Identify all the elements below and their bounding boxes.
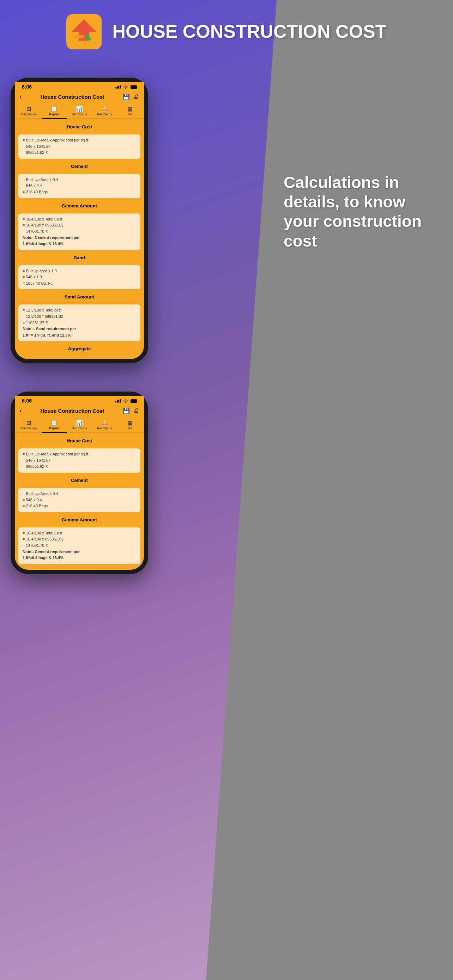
phone-1-status-bar: 6:06 xyxy=(15,82,144,91)
sand-line-2: = 546 x 1.9 xyxy=(22,274,136,280)
sand-amount-line-3: = 110251.27 ₹ xyxy=(22,320,136,326)
section-sand-body: = BuiltUp area x 1.9 = 546 x 1.9 = 1037.… xyxy=(18,265,140,290)
calculation-icon-2: ⊞ xyxy=(27,420,31,426)
p2-cement-amount-note-2: 1 ft²=0.4 bags & 16.4% xyxy=(22,555,136,561)
page-title: HOUSE CONSTRUCTION COST xyxy=(112,21,386,42)
tab-2-ga[interactable]: ▦ Ga xyxy=(117,418,143,433)
section-2-cement-body: = Built Up Area x 0.4 = 546 x 0.4 = 218.… xyxy=(18,488,140,512)
cement-amount-line-2: = 16.4/100 x 896351.82 xyxy=(22,222,136,229)
p2-cement-line-1: = Built Up Area x 0.4 xyxy=(22,491,136,497)
phone-2-header-icons: 💾 🖨 xyxy=(123,407,139,414)
tab-2-calculation[interactable]: ⊞ Calculation xyxy=(16,418,41,433)
save-icon-2[interactable]: 💾 xyxy=(123,407,130,414)
phone-2-app-header: ‹ House Construction Cost 💾 🖨 xyxy=(15,405,144,417)
tab-2-bar-charts-label: Bar Charts xyxy=(72,426,87,430)
tab-2-calculation-label: Calculation xyxy=(21,426,37,430)
section-sand-amount-body: = 12.3/100 x Total cost = 12.3/100 * 896… xyxy=(18,304,140,341)
house-cost-line-3: = 896351.82 ₹ xyxy=(22,150,136,156)
ga-icon-2: ▦ xyxy=(127,420,133,426)
tab-pie-charts-label: Pie Charts xyxy=(97,113,112,116)
sand-amount-line-2: = 12.3/100 * 896351.82 xyxy=(22,313,136,320)
calculation-icon: ⊞ xyxy=(27,105,31,112)
phone-2-wrapper: 6:06 xyxy=(0,391,453,574)
pie-chart-icon: 🥧 xyxy=(101,105,108,112)
p2-cement-amount-line-1: = 16.4/100 x Total Cost xyxy=(22,530,136,536)
tab-ga-label: Ga xyxy=(128,113,132,116)
p2-house-cost-line-1: = Built Up Area x Approx cost per sq.ft. xyxy=(22,451,136,458)
bar-chart-icon-2: 📊 xyxy=(76,420,83,426)
section-2-cement-header: Cement xyxy=(18,476,140,485)
wifi-icon-2 xyxy=(123,399,129,403)
phone-1-app-title: House Construction Cost xyxy=(41,94,105,100)
phone-1-time: 6:06 xyxy=(22,84,32,90)
tab-2-ga-label: Ga xyxy=(128,426,132,430)
sand-line-3: = 1037.40 Cu. Ft. xyxy=(22,280,136,287)
background: HOUSE CONSTRUCTION COST 6:06 xyxy=(0,0,453,980)
tab-2-report[interactable]: 📋 Report xyxy=(41,418,67,433)
sand-amount-note-1: Note :- Sand requirement per xyxy=(22,326,136,332)
cement-amount-line-1: = 16.4/100 x Total Cost xyxy=(22,216,136,223)
section-cement-amount-body: = 16.4/100 x Total Cost = 16.4/100 x 896… xyxy=(18,213,140,250)
svg-rect-4 xyxy=(73,35,84,38)
print-icon-2[interactable]: 🖨 xyxy=(134,407,139,414)
cement-amount-note-2: 1 ft²=0.4 bags & 16.4% xyxy=(22,241,136,247)
p2-house-cost-line-2: = 546 x 1641.67 xyxy=(22,458,136,464)
p2-cement-line-3: = 218.40 Bags xyxy=(22,503,136,509)
print-icon[interactable]: 🖨 xyxy=(134,94,139,100)
tab-report-label: Report xyxy=(49,113,59,116)
section-2-house-cost-body: = Built Up Area x Approx cost per sq.ft.… xyxy=(18,449,140,473)
wifi-icon xyxy=(123,85,129,89)
section-house-cost-header: House Cost xyxy=(18,122,140,132)
section-cement-body: = Built Up Area x 0.4 = 546 x 0.4 = 218.… xyxy=(18,174,140,198)
tab-calculation[interactable]: ⊞ Calculation xyxy=(16,104,41,119)
section-2-cement-amount-header: Cement Amount xyxy=(18,515,140,525)
section-house-cost-body: = Built Up Area x Approx cost per sq.ft.… xyxy=(18,134,140,159)
tab-bar-charts-label: Bar Charts xyxy=(72,113,87,116)
report-icon-2: 📋 xyxy=(51,420,57,426)
app-header: HOUSE CONSTRUCTION COST xyxy=(0,0,453,60)
section-2-cement-amount-body: = 16.4/100 x Total Cost = 16.4/100 x 896… xyxy=(18,527,140,564)
p2-cement-amount-line-3: = 147001.70 ₹ xyxy=(22,542,136,549)
p2-cement-amount-note-1: Note:- Cement requirement per xyxy=(22,549,136,555)
tab-ga[interactable]: ▦ Ga xyxy=(117,104,143,119)
phone-2-app-title: House Construction Cost xyxy=(41,408,105,414)
save-icon[interactable]: 💾 xyxy=(123,94,130,100)
section-cement-amount-header: Cement Amount xyxy=(18,201,140,211)
phone-1-content: House Cost = Built Up Area x Approx cost… xyxy=(15,119,144,359)
back-button[interactable]: ‹ xyxy=(20,93,22,100)
back-button-2[interactable]: ‹ xyxy=(20,407,22,415)
tab-2-pie-charts-label: Pie Charts xyxy=(97,426,112,430)
tab-2-bar-charts[interactable]: 📊 Bar Charts xyxy=(67,418,92,433)
phone-2-status-icons xyxy=(115,399,137,403)
phone-2-screen: 6:06 xyxy=(15,396,144,570)
section-cement-header: Cement xyxy=(18,162,140,171)
phone-1-status-icons xyxy=(115,85,137,89)
tab-pie-charts[interactable]: 🥧 Pie Charts xyxy=(92,104,118,119)
section-sand-amount-header: Sand Amount xyxy=(18,292,140,302)
p2-cement-line-2: = 546 x 0.4 xyxy=(22,497,136,503)
section-sand-header: Sand xyxy=(18,253,140,262)
tab-report[interactable]: 📋 Report xyxy=(41,104,67,119)
phone-1-app-header: ‹ House Construction Cost 💾 🖨 xyxy=(15,91,144,103)
phone-1-screen: 6:06 xyxy=(15,82,144,359)
sand-line-1: = BuiltUp area x 1.9 xyxy=(22,268,136,274)
phone-2-time: 6:06 xyxy=(22,398,32,404)
p2-cement-amount-line-2: = 16.4/100 x 896351.82 xyxy=(22,536,136,542)
promo-text: Calculations in details, to know your co… xyxy=(284,173,432,251)
sand-amount-note-2: 1 ft² = 1.9 cu. ft. and 12.3% xyxy=(22,332,136,339)
bar-chart-icon: 📊 xyxy=(76,105,83,112)
cement-amount-note-1: Note:- Cement requirement per xyxy=(22,235,136,241)
cement-line-1: = Built Up Area x 0.4 xyxy=(22,177,136,183)
phone-2-frame: 6:06 xyxy=(11,391,148,574)
tab-bar-charts[interactable]: 📊 Bar Charts xyxy=(67,104,92,119)
phone-1-frame: 6:06 xyxy=(11,78,148,363)
section-2-house-cost-header: House Cost xyxy=(18,436,140,445)
phone-2-status-bar: 6:06 xyxy=(15,396,144,405)
pie-chart-icon-2: 🥧 xyxy=(101,420,108,426)
cement-line-3: = 218.40 Bags xyxy=(22,189,136,196)
ga-icon: ▦ xyxy=(127,105,133,112)
tab-2-pie-charts[interactable]: 🥧 Pie Charts xyxy=(92,418,118,433)
cement-line-2: = 546 x 0.4 xyxy=(22,183,136,189)
phone-1-header-icons: 💾 🖨 xyxy=(123,94,139,100)
tab-2-report-label: Report xyxy=(49,426,59,430)
